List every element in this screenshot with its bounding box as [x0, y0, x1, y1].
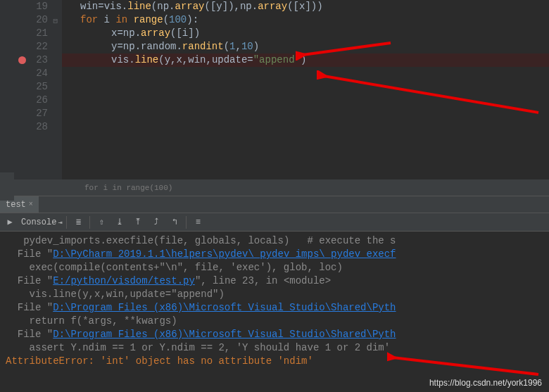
- code-line[interactable]: y=np.random.randint(1,10): [62, 40, 549, 53]
- console-line: exec(compile(contents+"\n", file, 'exec'…: [6, 261, 543, 274]
- code-line[interactable]: [62, 107, 549, 120]
- line-gutter: 1920⊟2122232425262728: [0, 0, 62, 179]
- run-icon[interactable]: ▶: [3, 215, 17, 229]
- line-number[interactable]: 22: [0, 40, 48, 53]
- traceback-link[interactable]: D:\Program Files (x86)\Microsoft Visual …: [53, 329, 396, 340]
- code-line[interactable]: [62, 80, 549, 94]
- line-number[interactable]: 25: [0, 80, 48, 94]
- toolbar-icon[interactable]: ↰: [168, 215, 182, 229]
- console-line: File "D:\PyCharm 2019.1.1\helpers\pydev\…: [6, 248, 543, 261]
- console-line: File "D:\Program Files (x86)\Microsoft V…: [6, 301, 543, 315]
- console-line: pydev_imports.execfile(file, globals, lo…: [6, 234, 543, 248]
- console-line: return f(*args, **kwargs): [6, 315, 543, 328]
- line-number[interactable]: 28: [0, 120, 48, 134]
- code-line[interactable]: win=vis.line(np.array([y]),np.array([x])…: [62, 0, 549, 13]
- separator: [186, 216, 187, 229]
- console-line: AttributeError: 'int' object has no attr…: [6, 355, 543, 368]
- tool-window-tabs: test ×: [0, 196, 549, 213]
- console-line: assert Y.ndim == 1 or Y.ndim == 2, 'Y sh…: [6, 341, 543, 355]
- watermark: https://blog.csdn.net/york1996: [429, 378, 542, 388]
- pin-icon: ⇥: [58, 218, 62, 227]
- close-icon[interactable]: ×: [29, 196, 33, 213]
- toolbar-icon[interactable]: ⤒: [131, 215, 145, 229]
- traceback-link[interactable]: D:\PyCharm 2019.1.1\helpers\pydev\_pydev…: [53, 248, 396, 260]
- traceback-link[interactable]: D:\Program Files (x86)\Microsoft Visual …: [53, 302, 396, 313]
- console-toolbar: ▶ Console ⇥ ≣ ⇧ ⤓ ⤒ ⤴ ↰ ≡: [0, 213, 549, 232]
- editor-area: 1920⊟2122232425262728 win=vis.line(np.ar…: [0, 0, 549, 179]
- toolbar-icon[interactable]: ⇧: [94, 215, 108, 229]
- line-number[interactable]: 19: [0, 0, 48, 13]
- toolbar-icon[interactable]: ≡: [191, 215, 205, 229]
- breakpoint-icon[interactable]: [18, 56, 26, 64]
- toolbar-icon[interactable]: ⤓: [113, 215, 127, 229]
- code-line[interactable]: [62, 94, 549, 107]
- line-number[interactable]: 20⊟: [0, 13, 48, 27]
- line-number[interactable]: 24: [0, 67, 48, 80]
- breadcrumb[interactable]: for i in range(100): [0, 179, 549, 196]
- console-label[interactable]: Console ⇥: [21, 217, 62, 227]
- console-line: File "D:\Program Files (x86)\Microsoft V…: [6, 328, 543, 341]
- code-line[interactable]: for i in range(100):: [62, 13, 549, 27]
- line-number[interactable]: 23: [0, 53, 48, 67]
- toolbar-icon[interactable]: ≣: [71, 215, 85, 229]
- tool-window-strip: [0, 172, 14, 201]
- console-output[interactable]: pydev_imports.execfile(file, globals, lo…: [0, 232, 549, 371]
- code-line[interactable]: [62, 120, 549, 134]
- code-line[interactable]: vis.line(y,x,win,update="append"): [62, 53, 549, 67]
- line-number[interactable]: 26: [0, 94, 48, 107]
- console-line: File "E:/python/visdom/test.py", line 23…: [6, 274, 543, 288]
- separator: [89, 216, 90, 229]
- line-number[interactable]: 27: [0, 107, 48, 120]
- code-line[interactable]: [62, 67, 549, 80]
- line-number[interactable]: 21: [0, 27, 48, 40]
- console-line: vis.line(y,x,win,update="append"): [6, 288, 543, 301]
- fold-icon[interactable]: ⊟: [53, 15, 58, 28]
- code-line[interactable]: x=np.array([i]): [62, 27, 549, 40]
- separator: [66, 216, 67, 229]
- traceback-link[interactable]: E:/python/visdom/test.py: [53, 275, 195, 286]
- toolbar-icon[interactable]: ⤴: [149, 215, 163, 229]
- code-area[interactable]: win=vis.line(np.array([y]),np.array([x])…: [62, 0, 549, 179]
